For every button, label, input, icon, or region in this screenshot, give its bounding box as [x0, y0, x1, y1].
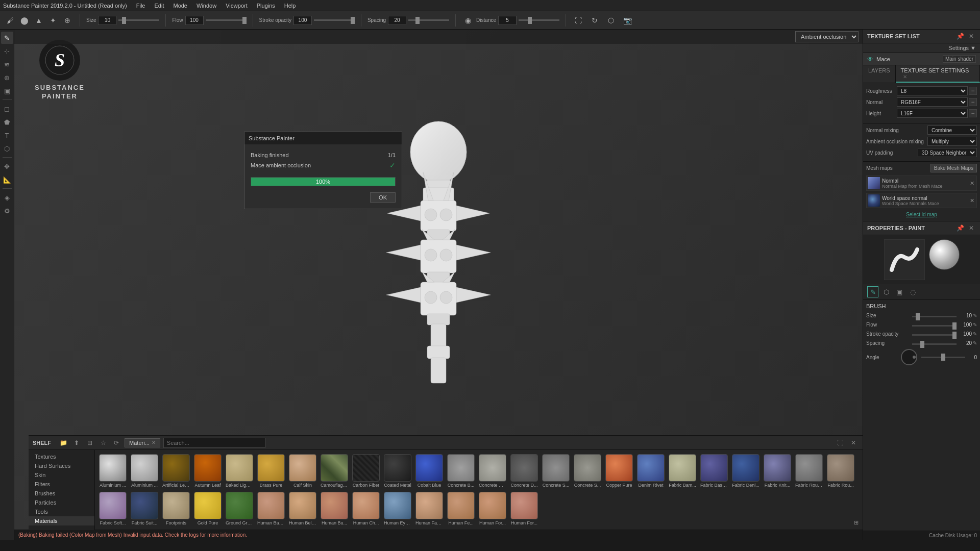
shelf-cat-filters[interactable]: Filters: [29, 480, 94, 489]
tsl-shader-btn[interactable]: Main shader: [943, 55, 976, 63]
normal-format-select[interactable]: RGB16F: [897, 97, 968, 107]
material-item[interactable]: Ground Gra...: [226, 492, 253, 525]
angle-dial[interactable]: [901, 349, 917, 365]
material-item[interactable]: Fabric Knit...: [764, 454, 791, 488]
menu-item-mode[interactable]: Mode: [169, 2, 191, 10]
material-item[interactable]: Concrete S...: [542, 454, 570, 488]
tsl-visibility-toggle[interactable]: 👁: [867, 56, 873, 63]
poly-fill-tool[interactable]: ◻: [1, 103, 13, 115]
texture-set-settings-tab[interactable]: TEXTURE SET SETTINGS ✕: [896, 65, 980, 83]
brush-size-slider[interactable]: [912, 316, 957, 317]
smear-tool[interactable]: ≋: [1, 58, 13, 70]
height-minus-btn[interactable]: −: [969, 109, 977, 117]
spacing-input[interactable]: [388, 16, 406, 25]
brush-spacing-slider[interactable]: [912, 343, 957, 345]
material-item[interactable]: Aluminium ...: [131, 454, 158, 488]
material-item[interactable]: Brass Pure: [257, 454, 285, 488]
material-item[interactable]: Cobalt Blue: [415, 454, 443, 488]
eraser-tool-btn[interactable]: ✦: [47, 14, 59, 27]
menu-item-help[interactable]: Help: [280, 2, 300, 10]
shelf-tab-close-icon[interactable]: ✕: [152, 440, 156, 445]
shelf-fav-icon[interactable]: ☆: [98, 438, 108, 448]
extra-tool-btn[interactable]: ⊕: [61, 14, 74, 27]
distance-slider[interactable]: [519, 19, 559, 21]
stencil-mode-btn[interactable]: ▣: [894, 286, 905, 297]
fill-tool-btn[interactable]: ▲: [33, 14, 45, 27]
shelf-folder-icon[interactable]: 📁: [58, 438, 68, 448]
material-item[interactable]: Human Eye...: [384, 492, 411, 525]
shelf-cat-particles[interactable]: Particles: [29, 498, 94, 507]
normal-minus-btn[interactable]: −: [969, 98, 977, 106]
brush-mode-btn[interactable]: ✎: [867, 286, 878, 297]
material-item[interactable]: Human Bell...: [289, 492, 316, 525]
roughness-format-select[interactable]: L8: [897, 86, 968, 95]
material-item[interactable]: Calf Skin: [289, 454, 316, 488]
material-item[interactable]: Fabric Soft...: [99, 492, 127, 525]
brush-spacing-edit-icon[interactable]: ✎: [973, 340, 977, 346]
lazy-mode-btn[interactable]: ◌: [907, 286, 918, 297]
screenshot-btn[interactable]: 📷: [621, 14, 633, 27]
material-item[interactable]: Footprints: [162, 492, 190, 525]
shelf-cat-skin[interactable]: Skin: [29, 470, 94, 480]
brush-angle-slider[interactable]: [921, 357, 966, 358]
ao-mixing-select[interactable]: Multiply: [927, 137, 977, 146]
paint-tool[interactable]: ✎: [1, 32, 13, 44]
material-item[interactable]: Human Fe...: [447, 492, 475, 525]
menu-item-viewport[interactable]: Viewport: [222, 2, 252, 10]
paint-tool-btn[interactable]: 🖌: [4, 14, 16, 27]
tss-tab-close-icon[interactable]: ✕: [903, 74, 907, 80]
size-slider[interactable]: [118, 19, 159, 21]
shelf-history-icon[interactable]: ⟳: [111, 438, 121, 448]
material-item[interactable]: Gold Pure: [194, 492, 222, 525]
mat-tool[interactable]: ◈: [1, 191, 13, 204]
smudge-tool-btn[interactable]: ⬤: [18, 14, 31, 27]
material-item[interactable]: Denim Rivet: [637, 454, 665, 488]
brush-flow-slider[interactable]: [912, 325, 957, 327]
shelf-filter-icon[interactable]: ⊟: [85, 438, 95, 448]
material-item[interactable]: Autumn Leaf: [194, 454, 222, 488]
normal-mixing-select[interactable]: Combine: [927, 126, 977, 135]
roughness-minus-btn[interactable]: −: [969, 87, 977, 95]
shelf-cat-tools[interactable]: Tools: [29, 507, 94, 516]
props-pin-icon[interactable]: 📌: [955, 223, 965, 233]
material-item[interactable]: Human Fac...: [415, 492, 443, 525]
select-id-map-btn[interactable]: Select id map: [906, 212, 937, 217]
proj-tool[interactable]: ⬟: [1, 116, 13, 128]
material-item[interactable]: Artificial Lea...: [162, 454, 190, 488]
material-item[interactable]: Concrete S...: [574, 454, 601, 488]
select-tool[interactable]: ⊹: [1, 45, 13, 57]
stroke-opacity-slider[interactable]: [314, 19, 355, 21]
menu-item-plugins[interactable]: Plugins: [253, 2, 279, 10]
material-item[interactable]: Carbon Fiber: [352, 454, 380, 488]
tsl-close-icon[interactable]: ✕: [967, 32, 976, 41]
material-mode-btn[interactable]: ⬡: [880, 286, 892, 297]
menu-item-edit[interactable]: Edit: [151, 2, 168, 10]
tsl-pin-icon[interactable]: 📌: [955, 32, 965, 41]
tsl-settings-btn[interactable]: Settings ▼: [948, 45, 976, 51]
measure-tool[interactable]: 📐: [1, 173, 13, 186]
material-item[interactable]: Fabric Bam...: [669, 454, 696, 488]
colorpicker-tool[interactable]: ✥: [1, 160, 13, 172]
normal-map-remove-btn[interactable]: ✕: [968, 180, 975, 187]
stroke-opacity-input[interactable]: [293, 16, 312, 25]
bake-tool[interactable]: ⬡: [1, 142, 13, 155]
shelf-grid-toggle[interactable]: ⊞: [854, 519, 859, 526]
material-item[interactable]: Concrete Cl...: [479, 454, 506, 488]
material-item[interactable]: Baked Light...: [226, 454, 253, 488]
size-input[interactable]: [98, 16, 116, 25]
shelf-search-input[interactable]: [163, 438, 265, 448]
material-item[interactable]: Human Bu...: [321, 492, 348, 525]
text-tool[interactable]: T: [1, 129, 13, 141]
view3d-btn[interactable]: ⬡: [605, 14, 617, 27]
clone-tool[interactable]: ⊕: [1, 71, 13, 84]
spacing-slider[interactable]: [408, 19, 449, 21]
menu-item-window[interactable]: Window: [192, 2, 220, 10]
layers-tab[interactable]: LAYERS: [863, 65, 896, 83]
rotate-btn[interactable]: ↻: [589, 14, 601, 27]
material-item[interactable]: Fabric Deni...: [732, 454, 760, 488]
material-item[interactable]: Human For...: [510, 492, 538, 525]
shelf-import-icon[interactable]: ⬆: [71, 438, 82, 448]
shelf-expand-icon[interactable]: ⛶: [835, 438, 845, 448]
material-item[interactable]: Copper Pure: [605, 454, 633, 488]
material-item[interactable]: Fabric Rou...: [827, 454, 854, 488]
